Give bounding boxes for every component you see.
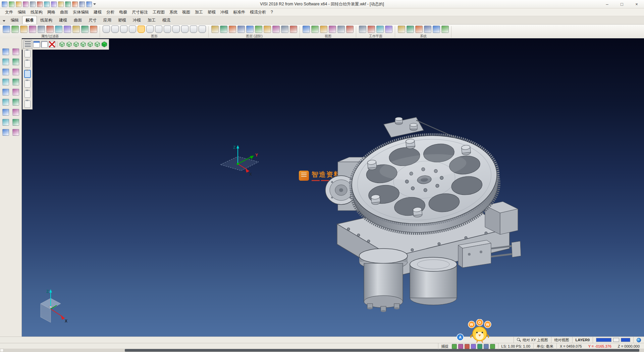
ribbon-icon[interactable] <box>281 26 288 33</box>
ribbon-icon[interactable] <box>199 26 206 33</box>
ribbon-icon[interactable] <box>424 26 431 33</box>
tab-0[interactable]: 编辑 <box>7 16 22 24</box>
scrollbar-thumb[interactable] <box>125 349 639 352</box>
sidebar-icon[interactable] <box>2 129 9 136</box>
menu-item-16[interactable]: 标准件 <box>231 8 248 16</box>
ribbon-icon[interactable] <box>3 26 10 33</box>
ribbon-icon[interactable] <box>164 26 171 33</box>
ribbon-icon[interactable] <box>81 26 89 33</box>
ribbon-icon[interactable] <box>120 26 127 33</box>
menu-item-6[interactable]: 建模 <box>91 8 104 16</box>
strip-icon[interactable] <box>24 90 31 98</box>
tab-5[interactable]: 尺寸 <box>85 16 100 24</box>
ribbon-icon[interactable] <box>38 26 45 33</box>
view-cube-icon[interactable] <box>73 41 79 47</box>
menu-item-17[interactable]: 模流分析 <box>248 8 268 16</box>
strip-icon[interactable] <box>24 100 31 108</box>
sidebar-icon[interactable] <box>12 129 19 136</box>
ribbon-icon[interactable] <box>55 26 62 33</box>
sidebar-icon[interactable] <box>2 119 9 126</box>
sidebar-icon[interactable] <box>12 58 19 65</box>
menu-item-15[interactable]: 冲模 <box>218 8 231 16</box>
ribbon-icon[interactable] <box>20 26 28 33</box>
sidebar-icon[interactable] <box>2 79 9 85</box>
ribbon-icon[interactable] <box>190 26 197 33</box>
sidebar-icon[interactable] <box>2 99 9 105</box>
menu-item-14[interactable]: 塑模 <box>205 8 218 16</box>
quick-access-icon[interactable] <box>44 1 50 7</box>
tab-2[interactable]: 线架构 <box>37 16 56 24</box>
ribbon-icon[interactable] <box>29 26 36 33</box>
tile-icon[interactable] <box>41 41 48 48</box>
qat-dropdown-icon[interactable] <box>93 3 96 5</box>
ribbon-icon[interactable] <box>46 26 54 33</box>
menu-item-4[interactable]: 曲面 <box>58 8 70 16</box>
ribbon-icon[interactable] <box>329 26 336 33</box>
ribbon-icon[interactable] <box>346 26 354 33</box>
strip-icon[interactable] <box>24 60 31 68</box>
ribbon-icon[interactable] <box>103 26 110 33</box>
ribbon-icon[interactable] <box>290 26 297 33</box>
menu-item-1[interactable]: 编辑 <box>15 8 28 16</box>
ribbon-icon[interactable] <box>172 26 180 33</box>
quick-access-icon[interactable] <box>51 1 57 7</box>
window-icon[interactable] <box>33 41 40 48</box>
status-tool-icon[interactable] <box>471 344 476 349</box>
status-tool-icon[interactable] <box>452 344 457 349</box>
menu-item-10[interactable]: 工程图 <box>150 8 167 16</box>
quick-access-icon[interactable] <box>86 1 92 7</box>
layer-cell[interactable]: LAYER0 <box>572 337 593 343</box>
ribbon-icon[interactable] <box>129 26 136 33</box>
ribbon-icon[interactable] <box>407 26 414 33</box>
list-icon[interactable] <box>23 40 32 49</box>
ribbon-icon[interactable] <box>433 26 440 33</box>
menu-item-11[interactable]: 系统 <box>167 8 180 16</box>
quick-access-icon[interactable] <box>16 1 21 7</box>
close-view-icon[interactable] <box>49 41 55 48</box>
ribbon-icon[interactable] <box>246 26 254 33</box>
snap-cell[interactable]: 捕捉 <box>438 343 498 349</box>
ribbon-icon[interactable] <box>385 26 392 33</box>
viewport-3d[interactable]: Z Y X Z X 智造资料网 <box>22 38 644 337</box>
menu-item-18[interactable]: ? <box>268 9 275 15</box>
ribbon-icon[interactable] <box>64 26 71 33</box>
ribbon-icon[interactable] <box>237 26 245 33</box>
status-tool-icon[interactable] <box>484 344 489 349</box>
ribbon-icon[interactable] <box>359 26 366 33</box>
sidebar-icon[interactable] <box>12 89 19 95</box>
menu-item-0[interactable]: 文件 <box>3 8 15 16</box>
view-cube-icon[interactable] <box>87 41 93 47</box>
ribbon-icon[interactable] <box>220 26 227 33</box>
sidebar-icon[interactable] <box>12 69 19 75</box>
globe-cell[interactable] <box>633 337 644 343</box>
tab-8[interactable]: 冲模 <box>129 16 144 24</box>
tab-10[interactable]: 模流 <box>159 16 174 24</box>
menu-item-9[interactable]: 尺寸标注 <box>129 8 150 16</box>
sidebar-icon[interactable] <box>12 109 19 116</box>
sidebar-icon[interactable] <box>12 48 19 55</box>
view-cube-icon[interactable] <box>80 41 86 47</box>
status-tool-icon[interactable] <box>490 344 495 349</box>
menu-item-2[interactable]: 线架构 <box>28 8 45 16</box>
sidebar-icon[interactable] <box>12 79 19 85</box>
quick-access-icon[interactable] <box>2 1 7 7</box>
ribbon-icon[interactable] <box>368 26 375 33</box>
close-button[interactable]: × <box>629 0 644 8</box>
ribbon-icon[interactable] <box>255 26 262 33</box>
ribbon-icon[interactable] <box>211 26 219 33</box>
ribbon-icon[interactable] <box>264 26 271 33</box>
tab-4[interactable]: 曲面 <box>70 16 85 24</box>
menu-item-12[interactable]: 视图 <box>180 8 193 16</box>
ribbon-icon[interactable] <box>415 26 423 33</box>
tab-9[interactable]: 加工 <box>144 16 159 24</box>
ribbon-icon[interactable] <box>398 26 405 33</box>
strip-icon[interactable] <box>24 80 31 88</box>
quick-access-icon[interactable] <box>65 1 71 7</box>
sidebar-icon[interactable] <box>2 109 9 116</box>
ribbon-icon[interactable] <box>229 26 236 33</box>
menu-item-8[interactable]: 电极 <box>117 8 129 16</box>
menu-item-13[interactable]: 加工 <box>193 8 205 16</box>
quick-access-icon[interactable] <box>23 1 29 7</box>
view-cube-icon[interactable] <box>59 41 65 47</box>
strip-icon[interactable] <box>24 50 31 57</box>
